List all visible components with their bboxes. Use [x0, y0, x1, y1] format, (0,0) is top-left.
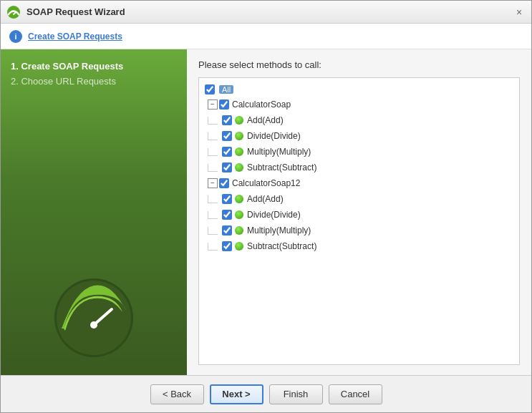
next-button[interactable]: Next > [210, 384, 263, 404]
svg-point-4 [90, 321, 97, 329]
checkbox-cs12-multiply[interactable] [222, 225, 232, 235]
back-button[interactable]: < Back [150, 384, 204, 404]
label-calculatorsoap12: CalculatorSoap12 [232, 178, 300, 188]
title-bar-left: SOAP Request Wizard [6, 5, 125, 19]
svg-point-0 [7, 6, 20, 19]
connector-cs12-divide [208, 211, 218, 219]
checkbox-cs12-divide[interactable] [222, 210, 232, 220]
label-cs-subtract: Subtract(Subtract) [247, 162, 316, 173]
dialog-window: SOAP Request Wizard × i Create SOAP Requ… [0, 0, 532, 413]
checkbox-cs12-add[interactable] [222, 194, 232, 204]
tree-row-calculatorsoap12: − CalculatorSoap12 [202, 175, 516, 191]
sidebar-logo [51, 275, 137, 361]
all-checkbox[interactable] [205, 84, 215, 94]
footer: < Back Next > Finish Cancel [1, 375, 531, 412]
tree-row-cs-add: Add(Add) [202, 112, 516, 128]
finish-button[interactable]: Finish [269, 384, 323, 404]
checkbox-cs-divide[interactable] [222, 131, 232, 141]
tree-row-cs12-subtract: Subtract(Subtract) [202, 238, 516, 254]
content-area: 1. Create SOAP Requests 2. Choose URL Re… [1, 49, 531, 375]
main-panel: Please select methods to call: All − Cal… [187, 49, 531, 375]
checkbox-cs12-subtract[interactable] [222, 241, 232, 251]
close-button[interactable]: × [513, 6, 526, 19]
tree-row-cs-subtract: Subtract(Subtract) [202, 160, 516, 175]
connector-cs12-multiply [208, 227, 218, 235]
info-icon: i [9, 30, 22, 43]
cancel-button[interactable]: Cancel [329, 384, 382, 404]
dot-cs-divide [235, 132, 243, 140]
label-cs12-subtract: Subtract(Subtract) [247, 241, 316, 251]
label-cs12-add: Add(Add) [247, 194, 284, 204]
all-label: All [219, 85, 233, 94]
dot-cs-subtract [235, 163, 243, 172]
tree-row-cs12-multiply: Multiply(Multiply) [202, 223, 516, 238]
header-bar: i Create SOAP Requests [1, 24, 531, 49]
tree-group-2: − CalculatorSoap12 Add(Add) [202, 175, 516, 254]
dot-cs-multiply [235, 147, 243, 156]
label-cs12-divide: Divide(Divide) [247, 210, 301, 220]
tree-container: All − CalculatorSoap [198, 77, 520, 365]
tree-row-cs-divide: Divide(Divide) [202, 128, 516, 144]
label-cs12-multiply: Multiply(Multiply) [247, 225, 311, 235]
header-link[interactable]: Create SOAP Requests [28, 31, 122, 42]
expand-calculatorsoap[interactable]: − [208, 99, 218, 110]
dot-cs12-multiply [235, 226, 243, 235]
checkbox-cs-multiply[interactable] [222, 147, 232, 157]
tree-row-cs12-add: Add(Add) [202, 191, 516, 207]
dot-cs12-add [235, 195, 243, 203]
connector-cs-multiply [208, 148, 218, 156]
tree-row-cs-multiply: Multiply(Multiply) [202, 144, 516, 160]
dot-cs12-divide [235, 210, 243, 219]
sidebar-step-1: 1. Create SOAP Requests [11, 61, 177, 72]
label-cs-multiply: Multiply(Multiply) [247, 147, 311, 157]
checkbox-cs-add[interactable] [222, 115, 232, 125]
expand-calculatorsoap12[interactable]: − [208, 178, 218, 188]
sidebar: 1. Create SOAP Requests 2. Choose URL Re… [1, 49, 187, 375]
all-row: All [202, 82, 516, 97]
dot-cs-add [235, 116, 243, 125]
connector-cs-divide [208, 132, 218, 140]
tree-group-1: − CalculatorSoap Add(Add) [202, 97, 516, 175]
title-bar: SOAP Request Wizard × [1, 1, 531, 24]
connector-cs12-add [208, 195, 218, 203]
dot-cs12-subtract [235, 242, 243, 251]
tree-row-cs12-divide: Divide(Divide) [202, 207, 516, 223]
tree-row-calculatorsoap: − CalculatorSoap [202, 97, 516, 112]
label-calculatorsoap: CalculatorSoap [232, 99, 291, 110]
connector-cs-add [208, 117, 218, 125]
label-cs-add: Add(Add) [247, 115, 284, 125]
connector-cs-subtract [208, 164, 218, 172]
checkbox-calculatorsoap12[interactable] [219, 178, 229, 188]
sidebar-step-2: 2. Choose URL Requests [11, 76, 177, 87]
checkbox-cs-subtract[interactable] [222, 162, 232, 173]
checkbox-calculatorsoap[interactable] [219, 99, 229, 110]
connector-cs12-subtract [208, 243, 218, 251]
label-cs-divide: Divide(Divide) [247, 131, 301, 141]
instruction-text: Please select methods to call: [198, 59, 520, 70]
window-title: SOAP Request Wizard [26, 6, 125, 17]
app-icon [6, 5, 21, 19]
